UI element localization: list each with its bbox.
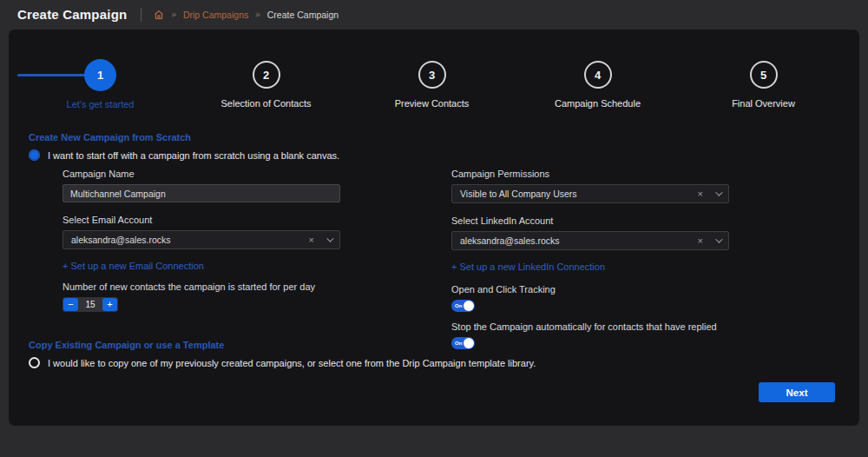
wizard-stepper: 1 Let's get started 2 Selection of Conta… (17, 59, 846, 109)
copy-section: Copy Existing Campaign or use a Template… (29, 340, 536, 368)
chevron-down-icon[interactable] (326, 235, 333, 242)
step-3-label: Preview Contacts (395, 98, 470, 109)
email-account-label: Select Email Account (62, 215, 340, 225)
breadcrumb-current: Create Campaign (267, 10, 339, 20)
copy-radio-label: I would like to copy one of my previousl… (48, 358, 536, 368)
scratch-radio[interactable] (29, 149, 40, 161)
scratch-section-heading: Create New Campaign from Scratch (29, 132, 339, 142)
campaign-name-label: Campaign Name (62, 169, 340, 179)
step-4-circle: 4 (584, 61, 612, 89)
page-title: Create Campaign (17, 7, 127, 22)
breadcrumb-link-drip-campaigns[interactable]: Drip Campaigns (183, 10, 248, 20)
clear-icon[interactable]: × (306, 235, 317, 245)
clear-icon[interactable]: × (695, 189, 706, 199)
linkedin-account-value: aleksandra@sales.rocks (460, 235, 695, 246)
setup-linkedin-connection-link[interactable]: + Set up a new LinkedIn Connection (451, 262, 605, 272)
permissions-select[interactable]: Visible to All Company Users × (451, 184, 729, 203)
step-1-lets-get-started[interactable]: 1 Let's get started (17, 59, 183, 109)
copy-radio[interactable] (29, 357, 40, 368)
top-header: Create Campaign » Drip Campaigns » Creat… (0, 0, 868, 29)
step-3-preview-contacts[interactable]: 3 Preview Contacts (349, 59, 515, 109)
copy-section-heading: Copy Existing Campaign or use a Template (29, 340, 536, 350)
contacts-per-day-value: 15 (78, 300, 102, 309)
increment-button[interactable]: + (102, 298, 117, 311)
permissions-label: Campaign Permissions (451, 169, 729, 179)
email-account-value: aleksandra@sales.rocks (71, 235, 306, 245)
toggle-knob (464, 301, 474, 311)
step-5-final-overview[interactable]: 5 Final Overview (681, 59, 846, 109)
step-4-campaign-schedule[interactable]: 4 Campaign Schedule (515, 59, 681, 109)
header-divider (141, 8, 141, 22)
clear-icon[interactable]: × (695, 236, 706, 246)
toggle-on-text: On (455, 303, 462, 308)
scratch-section: Create New Campaign from Scratch I want … (29, 132, 339, 161)
step-1-label: Let's get started (67, 99, 135, 109)
email-account-select[interactable]: aleksandra@sales.rocks × (62, 230, 340, 249)
step-2-selection-of-contacts[interactable]: 2 Selection of Contacts (183, 59, 349, 109)
chevron-down-icon[interactable] (715, 235, 722, 242)
step-4-label: Campaign Schedule (555, 98, 641, 109)
form-column-left: Campaign Name Select Email Account aleks… (62, 169, 340, 312)
campaign-name-input[interactable] (62, 184, 340, 202)
breadcrumb-separator: » (171, 10, 176, 19)
step-3-circle: 3 (418, 61, 446, 89)
step-2-label: Selection of Contacts (221, 98, 312, 109)
stop-toggle-label: Stop the Campaign automatically for cont… (451, 321, 729, 332)
linkedin-account-select[interactable]: aleksandra@sales.rocks × (451, 231, 729, 250)
tracking-toggle-label: Open and Click Tracking (451, 284, 729, 295)
decrement-button[interactable]: − (63, 298, 78, 311)
contacts-per-day-label: Number of new contacts the campaign is s… (62, 281, 340, 292)
setup-email-connection-link[interactable]: + Set up a new Email Connection (62, 261, 204, 271)
scratch-radio-label: I want to start off with a campaign from… (48, 150, 339, 161)
step-1-circle: 1 (84, 59, 116, 91)
step-5-circle: 5 (750, 61, 778, 89)
home-icon[interactable] (154, 10, 164, 20)
step-2-circle: 2 (253, 61, 280, 89)
next-button[interactable]: Next (759, 382, 835, 402)
step-5-label: Final Overview (732, 98, 795, 109)
form-column-right: Campaign Permissions Visible to All Comp… (451, 169, 729, 359)
tracking-toggle[interactable]: On (451, 300, 475, 312)
permissions-value: Visible to All Company Users (460, 189, 695, 199)
chevron-down-icon[interactable] (715, 189, 722, 195)
breadcrumb: » Drip Campaigns » Create Campaign (154, 10, 339, 20)
create-campaign-panel: 1 Let's get started 2 Selection of Conta… (9, 30, 859, 426)
contacts-per-day-stepper: − 15 + (62, 297, 118, 312)
linkedin-account-label: Select LinkedIn Account (451, 215, 729, 226)
breadcrumb-separator: » (255, 10, 260, 19)
